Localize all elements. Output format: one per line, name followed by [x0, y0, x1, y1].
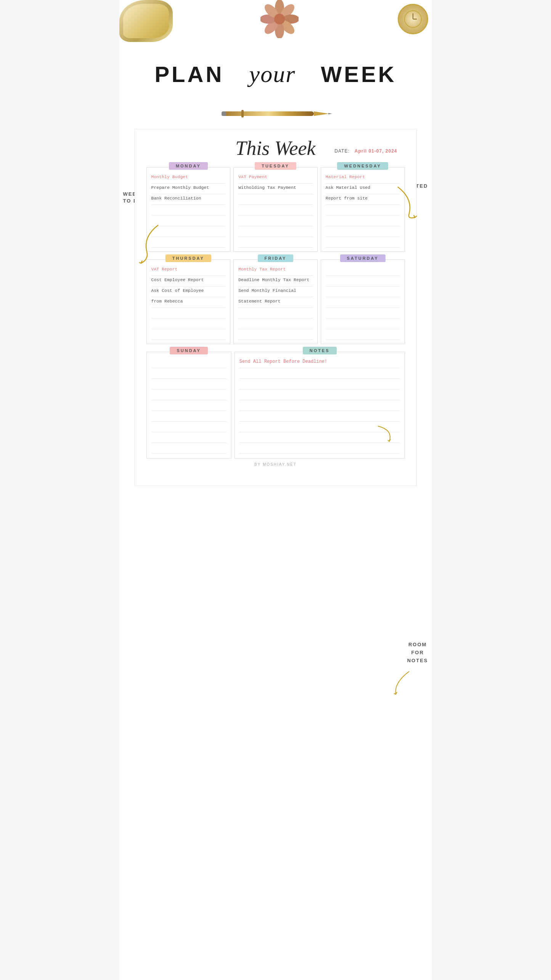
friday-item-2: Deadline Monthly Tax Report — [238, 276, 313, 286]
friday-item-4: Statement Report — [238, 297, 313, 308]
clock-decor-right — [386, 0, 432, 38]
title-your: your — [249, 61, 296, 87]
wednesday-item-5 — [326, 216, 400, 226]
monday-label: MONDAY — [169, 162, 208, 170]
svg-rect-13 — [241, 110, 244, 117]
friday-label: FRIDAY — [258, 254, 294, 262]
arrow-right-icon — [390, 183, 421, 221]
middle-days-row: THURSDAY VAT Report Cost Employee Report… — [146, 259, 405, 344]
date-value: April 01-07, 2024 — [355, 148, 397, 154]
bottom-row: SUNDAY NOTES — [146, 352, 405, 459]
page-title: PLAN your WEEK — [119, 53, 432, 91]
top-decoration — [119, 0, 432, 53]
thursday-box: THURSDAY VAT Report Cost Employee Report… — [146, 259, 231, 344]
room-notes-arrow — [386, 668, 413, 700]
top-days-row: MONDAY Monthly Budget Prepare Monthly Bu… — [146, 167, 405, 252]
tuesday-item-6 — [238, 226, 313, 237]
friday-lines: Monthly Tax Report Deadline Monthly Tax … — [234, 265, 317, 340]
thursday-lines: VAT Report Cost Employee Report Ask Cost… — [147, 265, 230, 340]
svg-rect-12 — [222, 111, 314, 116]
friday-box: FRIDAY Monthly Tax Report Deadline Month… — [233, 259, 318, 344]
room-notes-arrow-icon — [386, 668, 413, 698]
flower-decor-center — [257, 0, 302, 42]
pen-icon — [218, 106, 333, 121]
saturday-item-1 — [326, 265, 400, 276]
tuesday-item-4 — [238, 205, 313, 216]
wednesday-label-container: WEDNESDAY — [321, 162, 405, 170]
wednesday-item-6 — [326, 226, 400, 237]
notes-arrow-icon — [374, 422, 397, 445]
arrow-right-decoration — [390, 183, 421, 223]
notes-line-3 — [239, 389, 400, 400]
tuesday-item-1: VAT Payment — [238, 173, 313, 183]
wednesday-label: WEDNESDAY — [337, 162, 388, 170]
date-line: DATE: April 01-07, 2024 — [334, 148, 397, 154]
planner-footer: BY MOSHIAY.NET — [146, 459, 405, 474]
tuesday-box: TUESDAY VAT Payment Witholding Tax Payme… — [233, 167, 318, 252]
saturday-box: SATURDAY — [321, 259, 405, 344]
sunday-item-3 — [151, 379, 227, 389]
notes-line-1 — [239, 368, 400, 379]
friday-item-5 — [238, 308, 313, 319]
wednesday-item-1: Material Report — [326, 173, 400, 183]
tuesday-lines: VAT Payment Witholding Tax Payment — [234, 173, 317, 248]
sunday-item-4 — [151, 389, 227, 400]
this-week-header: This Week DATE: April 01-07, 2024 — [146, 137, 405, 159]
sunday-label-container: SUNDAY — [147, 347, 231, 354]
clock-icon — [398, 4, 428, 34]
notes-arrow — [374, 422, 397, 447]
sunday-item-6 — [151, 411, 227, 422]
sunday-item-1 — [151, 357, 227, 368]
saturday-item-5 — [326, 308, 400, 319]
notes-label: NOTES — [303, 347, 337, 354]
friday-item-7 — [238, 329, 313, 340]
wednesday-item-3: Report from site — [326, 194, 400, 205]
saturday-item-6 — [326, 319, 400, 329]
saturday-lines — [321, 265, 405, 340]
arrow-left-decoration — [135, 221, 166, 269]
tuesday-label-container: TUESDAY — [234, 162, 317, 170]
flower-icon — [260, 0, 299, 38]
thursday-item-2: Cost Employee Report — [151, 276, 226, 286]
saturday-item-4 — [326, 297, 400, 308]
notes-box: NOTES Send All Report Before Deadline! — [235, 352, 405, 459]
svg-marker-14 — [314, 111, 329, 116]
sunday-item-9 — [151, 443, 227, 454]
wednesday-item-4 — [326, 205, 400, 216]
binder-clips-left — [119, 0, 173, 42]
sunday-item-5 — [151, 400, 227, 411]
friday-item-1: Monthly Tax Report — [238, 265, 313, 276]
sunday-box: SUNDAY — [146, 352, 231, 459]
thursday-item-3: Ask Cost of Employee — [151, 286, 226, 297]
notes-line-4 — [239, 400, 400, 411]
room-for-notes-label: ROOM FOR NOTES — [407, 641, 428, 665]
thursday-item-6 — [151, 319, 226, 329]
sunday-label: SUNDAY — [170, 347, 207, 354]
notes-label-container: NOTES — [235, 347, 405, 354]
thursday-label: THURSDAY — [165, 254, 211, 262]
tuesday-item-7 — [238, 237, 313, 248]
thursday-item-4: from Rebecca — [151, 297, 226, 308]
monday-item-1: Monthly Budget — [151, 173, 226, 183]
svg-marker-15 — [328, 113, 332, 114]
pen-decoration — [119, 91, 432, 129]
monday-item-3: Bank Reconciliation — [151, 194, 226, 205]
wednesday-item-2: Ask Material Used — [326, 183, 400, 194]
friday-item-6 — [238, 319, 313, 329]
arrow-left-icon — [135, 221, 166, 267]
tuesday-item-3 — [238, 194, 313, 205]
friday-label-container: FRIDAY — [234, 254, 317, 262]
saturday-label-container: SATURDAY — [321, 254, 405, 262]
planner-section: This Week DATE: April 01-07, 2024 MONDAY… — [135, 129, 417, 486]
title-plan: PLAN — [154, 62, 224, 87]
weekly-planner-page: PLAN your WEEK — [119, 0, 432, 980]
svg-rect-16 — [222, 111, 226, 116]
svg-point-8 — [274, 14, 285, 24]
notes-main-text: Send All Report Before Deadline! — [239, 357, 400, 368]
footer-text: BY MOSHIAY.NET — [254, 462, 297, 467]
title-week: WEEK — [321, 62, 397, 87]
sunday-lines — [147, 357, 231, 454]
friday-item-3: Send Monthly Financial — [238, 286, 313, 297]
notes-line-5 — [239, 411, 400, 422]
wednesday-item-7 — [326, 237, 400, 248]
